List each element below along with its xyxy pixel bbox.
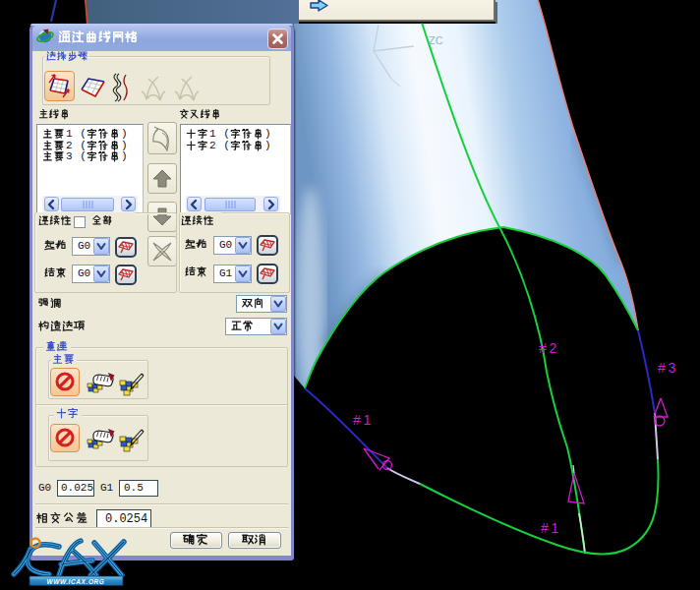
svg-text:# 1: # 1: [353, 412, 372, 428]
svg-text:# 2: # 2: [539, 340, 557, 356]
svg-text:WWW.ICAX.ORG: WWW.ICAX.ORG: [46, 578, 104, 585]
svg-text:ZC: ZC: [429, 34, 443, 46]
svg-text:# 3: # 3: [658, 360, 676, 376]
svg-text:# 1: # 1: [541, 520, 559, 536]
